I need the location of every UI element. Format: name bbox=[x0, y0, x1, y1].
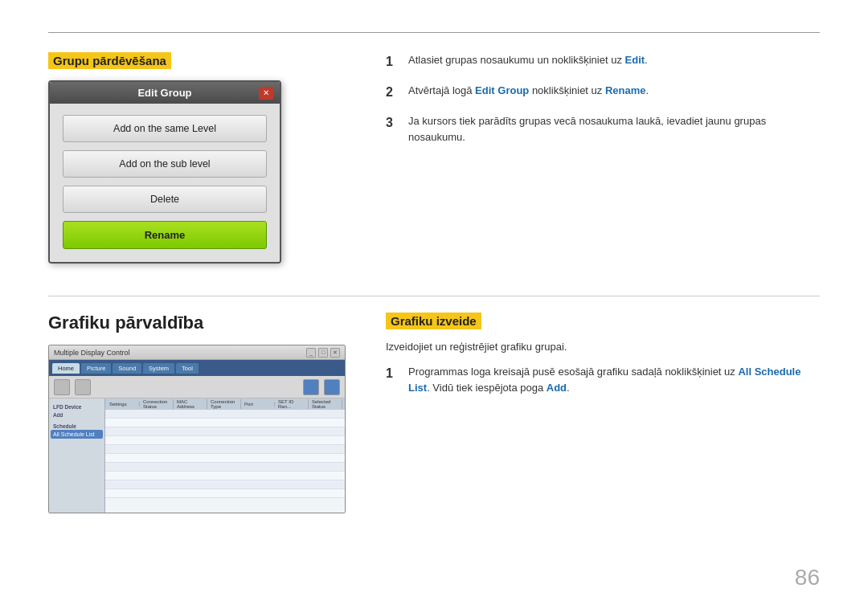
table-row bbox=[105, 445, 345, 454]
dialog-titlebar: Edit Group ✕ bbox=[50, 82, 280, 104]
sw-sidebar-label-sched: Schedule bbox=[51, 421, 103, 430]
step-s2-link1: All Schedule List bbox=[408, 366, 800, 394]
steps-list-2: 1 Programmas loga kreisajā pusē esošajā … bbox=[386, 364, 820, 395]
sw-content: Settings Connection Status MAC Address C… bbox=[105, 398, 345, 513]
dialog-title: Edit Group bbox=[137, 87, 191, 99]
sw-close-btn[interactable]: ✕ bbox=[330, 348, 340, 358]
sw-col-type: Connection Type bbox=[209, 399, 241, 409]
step1-link: Edit bbox=[625, 54, 645, 66]
step-s2-1-text: Programmas loga kreisajā pusē esošajā gr… bbox=[408, 364, 820, 395]
section1-left: Grupu pārdēvēšana Edit Group ✕ Add on th… bbox=[48, 52, 354, 264]
sw-col-mac: MAC Address bbox=[175, 399, 207, 409]
sw-toolbar-icon-blue-2 bbox=[324, 379, 340, 395]
page-number: 86 bbox=[795, 565, 820, 591]
edit-group-dialog: Edit Group ✕ Add on the same Level Add o… bbox=[48, 80, 281, 264]
table-row bbox=[105, 410, 345, 419]
step-1: 1 Atlasiet grupas nosaukumu un noklikšķi… bbox=[386, 52, 820, 72]
sw-sidebar-lfd-item[interactable]: Add bbox=[51, 411, 103, 419]
section-divider bbox=[48, 296, 820, 296]
section2-heading: Grafiku pārvaldība bbox=[48, 313, 354, 333]
sw-sidebar-schedule-item[interactable]: All Schedule List bbox=[51, 430, 103, 439]
rename-button[interactable]: Rename bbox=[63, 221, 267, 249]
step-3: 3 Ja kursors tiek parādīts grupas vecā n… bbox=[386, 113, 820, 145]
sw-col-settings: Settings bbox=[108, 402, 140, 407]
step-s2-link2: Add bbox=[547, 382, 567, 394]
close-icon: ✕ bbox=[263, 88, 269, 97]
section1-row: Grupu pārdēvēšana Edit Group ✕ Add on th… bbox=[48, 52, 820, 264]
sw-controls: _ □ ✕ bbox=[306, 348, 340, 358]
sw-toolbar bbox=[49, 376, 345, 398]
software-screenshot: Multiple Display Control _ □ ✕ Home Pict… bbox=[48, 345, 346, 513]
step-1-text: Atlasiet grupas nosaukumu un noklikšķini… bbox=[408, 52, 648, 72]
section2-heading-highlight: Grafiku izveide bbox=[386, 313, 481, 329]
table-row bbox=[105, 472, 345, 480]
sw-sidebar: LFD Device Add Schedule All Schedule Lis… bbox=[49, 398, 105, 513]
sw-title-text: Multiple Display Control bbox=[54, 349, 130, 357]
table-row bbox=[105, 454, 345, 463]
add-same-level-button[interactable]: Add on the same Level bbox=[63, 115, 267, 142]
table-row bbox=[105, 489, 345, 498]
step-s2-1: 1 Programmas loga kreisajā pusē esošajā … bbox=[386, 364, 820, 395]
sw-titlebar: Multiple Display Control _ □ ✕ bbox=[49, 345, 345, 360]
step-s2-number-1: 1 bbox=[386, 364, 400, 395]
page-container: Grupu pārdēvēšana Edit Group ✕ Add on th… bbox=[0, 0, 868, 613]
sw-toolbar-icon-blue-1 bbox=[303, 379, 319, 395]
sw-tab-tool[interactable]: Tool bbox=[176, 363, 199, 374]
sw-col-setid: SET ID Ran... bbox=[276, 399, 309, 409]
step-2: 2 Atvērtajā logā Edit Group noklikšķinie… bbox=[386, 83, 820, 102]
table-row bbox=[105, 436, 345, 445]
add-sub-level-button[interactable]: Add on the sub level bbox=[63, 150, 267, 178]
top-rule bbox=[48, 32, 820, 33]
step-2-text: Atvērtajā logā Edit Group noklikšķiniet … bbox=[408, 83, 649, 102]
section2-row: Grafiku pārvaldība Multiple Display Cont… bbox=[48, 313, 820, 513]
sw-main-area: LFD Device Add Schedule All Schedule Lis… bbox=[49, 398, 345, 513]
sw-toolbar-icon-1 bbox=[54, 379, 70, 395]
section2-right: Grafiku izveide Izveidojiet un reģistrēj… bbox=[386, 313, 820, 513]
section1-heading: Grupu pārdēvēšana bbox=[48, 52, 171, 69]
section2-left: Grafiku pārvaldība Multiple Display Cont… bbox=[48, 313, 354, 513]
sw-nav-tabs: Home Picture Sound System Tool bbox=[49, 360, 345, 376]
sw-table-header: Settings Connection Status MAC Address C… bbox=[105, 398, 345, 410]
step-3-text: Ja kursors tiek parādīts grupas vecā nos… bbox=[408, 113, 820, 145]
sw-col-selected: Selected Status bbox=[310, 399, 342, 409]
step-number-1: 1 bbox=[386, 52, 400, 72]
sw-col-port: Port bbox=[243, 402, 275, 407]
sw-max-btn[interactable]: □ bbox=[318, 348, 328, 358]
sw-tab-picture[interactable]: Picture bbox=[81, 363, 111, 374]
table-row bbox=[105, 427, 345, 436]
table-row bbox=[105, 463, 345, 472]
step2-link2: Rename bbox=[605, 84, 646, 96]
sw-tab-sound[interactable]: Sound bbox=[113, 363, 141, 374]
dialog-close-button[interactable]: ✕ bbox=[259, 87, 273, 100]
delete-button[interactable]: Delete bbox=[63, 186, 267, 213]
step-number-3: 3 bbox=[386, 113, 400, 145]
dialog-body: Add on the same Level Add on the sub lev… bbox=[50, 104, 280, 262]
section1-right: 1 Atlasiet grupas nosaukumu un noklikšķi… bbox=[386, 52, 820, 264]
sw-toolbar-icon-2 bbox=[75, 379, 91, 395]
section2-intro: Izveidojiet un reģistrējiet grafiku grup… bbox=[386, 341, 820, 353]
sw-tab-system[interactable]: System bbox=[143, 363, 174, 374]
sw-min-btn[interactable]: _ bbox=[306, 348, 316, 358]
table-row bbox=[105, 419, 345, 427]
table-row bbox=[105, 480, 345, 489]
sw-table-body bbox=[105, 410, 345, 498]
sw-sidebar-label-lfd: LFD Device bbox=[51, 402, 103, 411]
step2-link1: Edit Group bbox=[475, 84, 529, 96]
step-number-2: 2 bbox=[386, 83, 400, 102]
sw-tab-home[interactable]: Home bbox=[52, 363, 80, 374]
sw-col-conn: Connection Status bbox=[141, 399, 174, 409]
steps-list-1: 1 Atlasiet grupas nosaukumu un noklikšķi… bbox=[386, 52, 820, 145]
